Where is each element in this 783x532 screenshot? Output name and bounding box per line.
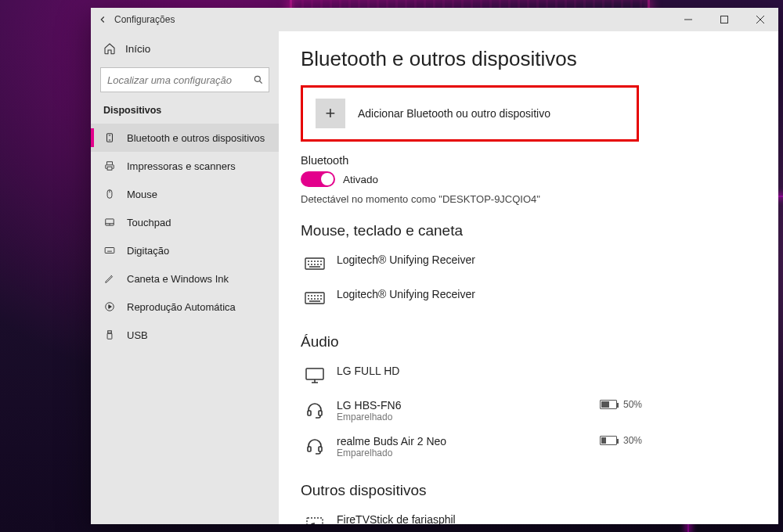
sidebar: Início Dispositivos Bluetooth e outros d… — [91, 31, 279, 524]
sidebar-item-printers[interactable]: Impressoras e scanners — [91, 152, 279, 180]
svg-point-1 — [254, 76, 260, 81]
add-device-button[interactable]: + Adicionar Bluetooth ou outro dispositi… — [306, 91, 635, 136]
audio-heading: Áudio — [301, 333, 756, 350]
add-device-highlight: + Adicionar Bluetooth ou outro dispositi… — [301, 85, 639, 142]
svg-rect-2 — [107, 134, 113, 142]
device-status: Emparelhado — [337, 448, 589, 458]
sidebar-item-typing[interactable]: Digitação — [91, 236, 279, 264]
headset-icon — [304, 435, 326, 457]
home-icon — [103, 42, 116, 55]
svg-rect-9 — [107, 333, 112, 339]
device-row[interactable]: FireTVStick de fariasphil — [301, 507, 645, 524]
home-label: Início — [125, 43, 150, 55]
window-title: Configurações — [114, 14, 175, 25]
svg-rect-6 — [105, 248, 114, 253]
bluetooth-toggle-label: Ativado — [343, 174, 378, 185]
printer-icon — [103, 160, 116, 172]
device-battery: 30% — [600, 435, 642, 446]
minimize-button[interactable] — [670, 8, 706, 31]
device-row[interactable]: realme Buds Air 2 Neo Emparelhado 30% — [301, 429, 645, 465]
mouse-heading: Mouse, teclado e caneta — [301, 222, 756, 239]
sidebar-item-mouse[interactable]: Mouse — [91, 180, 279, 208]
device-name: realme Buds Air 2 Neo — [337, 435, 589, 448]
stream-device-icon — [304, 513, 326, 524]
search-input[interactable] — [101, 68, 269, 92]
device-row[interactable]: LG HBS-FN6 Emparelhado 50% — [301, 393, 645, 429]
search-icon — [253, 74, 264, 85]
device-row[interactable]: LG FULL HD — [301, 358, 645, 393]
sidebar-section-label: Dispositivos — [91, 100, 279, 124]
keyboard-device-icon — [304, 288, 326, 310]
sidebar-item-label: Reprodução Automática — [127, 301, 236, 313]
titlebar: Configurações — [91, 8, 778, 31]
sidebar-item-label: Digitação — [127, 245, 169, 257]
device-name: Logitech® Unifying Receiver — [337, 253, 642, 266]
plus-icon: + — [316, 99, 345, 128]
touchpad-icon — [103, 216, 116, 228]
add-device-label: Adicionar Bluetooth ou outro dispositivo — [358, 107, 550, 120]
sidebar-item-label: Bluetooth e outros dispositivos — [127, 132, 265, 144]
autoplay-icon — [103, 300, 116, 313]
bluetooth-heading: Bluetooth — [301, 154, 756, 167]
home-link[interactable]: Início — [91, 36, 279, 61]
headset-icon — [304, 399, 326, 421]
battery-percent: 30% — [623, 435, 642, 446]
device-name: LG HBS-FN6 — [337, 399, 589, 412]
svg-rect-16 — [319, 447, 322, 451]
main-content: Bluetooth e outros dispositivos + Adicio… — [279, 31, 778, 524]
svg-rect-0 — [721, 16, 728, 23]
sidebar-item-bluetooth[interactable]: Bluetooth e outros dispositivos — [91, 124, 279, 152]
settings-window: Configurações Início Dispositivos — [91, 8, 778, 524]
battery-percent: 50% — [623, 399, 642, 410]
monitor-icon — [304, 365, 326, 386]
search-box[interactable] — [100, 67, 269, 92]
device-row[interactable]: Logitech® Unifying Receiver — [301, 247, 645, 282]
sidebar-item-usb[interactable]: USB — [91, 321, 279, 349]
svg-rect-12 — [306, 368, 323, 379]
svg-rect-10 — [305, 258, 324, 269]
usb-icon — [103, 329, 116, 341]
sidebar-item-label: USB — [127, 329, 148, 341]
other-heading: Outros dispositivos — [301, 482, 756, 499]
close-button[interactable] — [742, 8, 778, 31]
pen-icon — [103, 272, 116, 285]
bluetooth-icon — [103, 131, 116, 144]
maximize-button[interactable] — [706, 8, 742, 31]
page-title: Bluetooth e outros dispositivos — [301, 47, 756, 71]
back-arrow-icon[interactable] — [97, 14, 108, 25]
sidebar-item-label: Impressoras e scanners — [127, 160, 236, 172]
device-battery: 50% — [600, 399, 642, 410]
battery-icon — [600, 436, 617, 445]
mouse-icon — [103, 188, 116, 200]
device-status: Emparelhado — [337, 412, 589, 422]
bluetooth-toggle[interactable] — [301, 171, 335, 187]
sidebar-item-label: Touchpad — [127, 217, 171, 228]
device-row[interactable]: Logitech® Unifying Receiver — [301, 282, 645, 316]
keyboard-icon — [103, 244, 116, 257]
svg-rect-3 — [107, 167, 112, 170]
keyboard-device-icon — [304, 253, 326, 275]
svg-rect-13 — [308, 411, 311, 415]
battery-icon — [600, 400, 617, 409]
svg-rect-11 — [305, 293, 324, 304]
svg-rect-14 — [319, 411, 322, 415]
sidebar-item-touchpad[interactable]: Touchpad — [91, 208, 279, 236]
sidebar-item-pen[interactable]: Caneta e Windows Ink — [91, 264, 279, 293]
device-name: FireTVStick de fariasphil — [337, 513, 642, 524]
sidebar-item-label: Mouse — [127, 189, 157, 200]
sidebar-item-autoplay[interactable]: Reprodução Automática — [91, 293, 279, 321]
device-name: Logitech® Unifying Receiver — [337, 288, 642, 300]
sidebar-item-label: Caneta e Windows Ink — [127, 273, 229, 285]
sidebar-nav: Bluetooth e outros dispositivos Impresso… — [91, 124, 279, 349]
svg-rect-15 — [308, 447, 311, 451]
detectable-text: Detectável no momento como "DESKTOP-9JCQ… — [301, 193, 756, 205]
device-name: LG FULL HD — [337, 365, 642, 377]
